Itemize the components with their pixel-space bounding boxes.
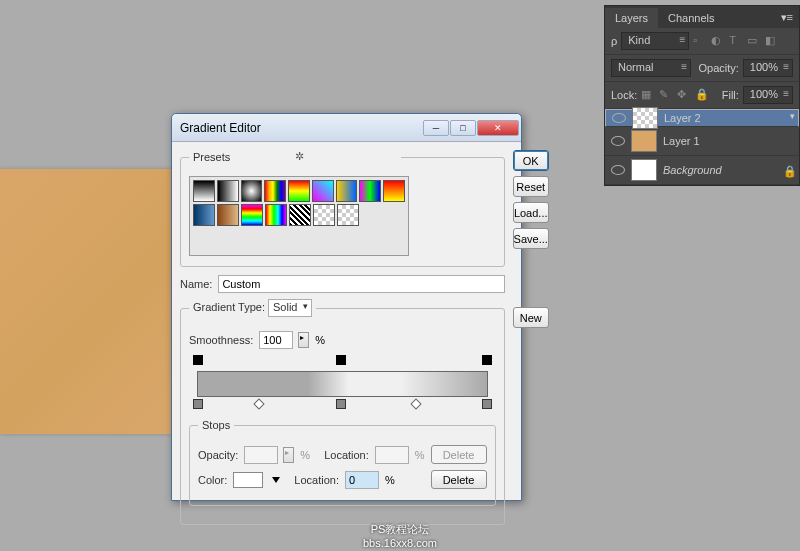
smoothness-label: Smoothness: bbox=[189, 334, 253, 346]
layer-thumb[interactable] bbox=[631, 159, 657, 181]
preset-swatch[interactable] bbox=[313, 204, 335, 226]
opacity-stop[interactable] bbox=[482, 355, 492, 365]
color-stop-row[interactable] bbox=[197, 397, 488, 409]
titlebar[interactable]: Gradient Editor ─ □ ✕ bbox=[172, 114, 521, 142]
delete-color-stop-button[interactable]: Delete bbox=[431, 470, 487, 489]
layer-opacity-input[interactable]: 100% bbox=[743, 59, 793, 77]
preset-swatch[interactable] bbox=[241, 204, 263, 226]
opacity-stop[interactable] bbox=[336, 355, 346, 365]
delete-opacity-stop-button: Delete bbox=[431, 445, 487, 464]
preset-swatch[interactable] bbox=[312, 180, 334, 202]
smoothness-stepper[interactable] bbox=[298, 332, 309, 348]
location-label: Location: bbox=[294, 474, 339, 486]
opacity-unit: % bbox=[300, 449, 310, 461]
visibility-icon[interactable] bbox=[611, 136, 625, 146]
opacity-stepper bbox=[283, 447, 294, 463]
color-stop[interactable] bbox=[193, 399, 203, 409]
opacity-stop[interactable] bbox=[193, 355, 203, 365]
preset-swatch[interactable] bbox=[265, 204, 287, 226]
reset-button[interactable]: Reset bbox=[513, 176, 549, 197]
location-label: Location: bbox=[324, 449, 369, 461]
maximize-button[interactable]: □ bbox=[450, 120, 476, 136]
color-stop[interactable] bbox=[336, 399, 346, 409]
lock-icon: 🔒 bbox=[783, 165, 793, 175]
preset-swatch[interactable] bbox=[288, 180, 310, 202]
gradient-bar[interactable] bbox=[197, 371, 488, 397]
layer-row[interactable]: Layer 1 bbox=[605, 127, 799, 156]
preset-swatch[interactable] bbox=[264, 180, 286, 202]
layer-name[interactable]: Background bbox=[663, 164, 722, 176]
gradient-editor-dialog: Gradient Editor ─ □ ✕ Presets ✲ bbox=[171, 113, 522, 501]
color-swatch[interactable] bbox=[233, 472, 263, 488]
filter-shape-icon[interactable]: ▭ bbox=[747, 34, 761, 48]
color-stop[interactable] bbox=[482, 399, 492, 409]
preset-swatch[interactable] bbox=[383, 180, 405, 202]
minimize-button[interactable]: ─ bbox=[423, 120, 449, 136]
preset-swatch[interactable] bbox=[337, 204, 359, 226]
opacity-location-input bbox=[375, 446, 409, 464]
preset-swatch[interactable] bbox=[217, 204, 239, 226]
preset-swatch[interactable] bbox=[217, 180, 239, 202]
filter-adjust-icon[interactable]: ◐ bbox=[711, 34, 725, 48]
preset-swatch[interactable] bbox=[193, 180, 215, 202]
filter-smart-icon[interactable]: ◧ bbox=[765, 34, 779, 48]
smoothness-input[interactable] bbox=[259, 331, 293, 349]
layer-thumb[interactable] bbox=[632, 107, 658, 129]
tab-channels[interactable]: Channels bbox=[658, 8, 724, 28]
layer-name[interactable]: Layer 1 bbox=[663, 135, 700, 147]
layer-name[interactable]: Layer 2 bbox=[664, 112, 701, 124]
load-button[interactable]: Load... bbox=[513, 202, 549, 223]
location-unit: % bbox=[385, 474, 395, 486]
preset-grid[interactable] bbox=[189, 176, 409, 256]
lock-position-icon[interactable]: ✥ bbox=[677, 88, 691, 102]
ok-button[interactable]: OK bbox=[513, 150, 549, 171]
layer-thumb[interactable] bbox=[631, 130, 657, 152]
save-button[interactable]: Save... bbox=[513, 228, 549, 249]
filter-kind-select[interactable]: Kind bbox=[621, 32, 689, 50]
name-label: Name: bbox=[180, 278, 212, 290]
layers-panel: Layers Channels ▾≡ ρ Kind ▫ ◐ T ▭ ◧ Norm… bbox=[604, 5, 800, 186]
filter-pixel-icon[interactable]: ▫ bbox=[693, 34, 707, 48]
midpoint-icon[interactable] bbox=[253, 398, 264, 409]
stops-group: Stops Opacity: % Location: % Delete Colo… bbox=[189, 419, 496, 506]
stops-label: Stops bbox=[198, 419, 234, 431]
preset-swatch[interactable] bbox=[336, 180, 358, 202]
name-input[interactable] bbox=[218, 275, 504, 293]
gradient-type-select[interactable]: Solid bbox=[268, 299, 312, 317]
gradient-type-label: Gradient Type: bbox=[193, 301, 265, 313]
preset-swatch[interactable] bbox=[359, 180, 381, 202]
lock-pixels-icon[interactable]: ✎ bbox=[659, 88, 673, 102]
opacity-input bbox=[244, 446, 278, 464]
kind-label: ρ bbox=[611, 35, 617, 47]
lock-label: Lock: bbox=[611, 89, 637, 101]
visibility-icon[interactable] bbox=[611, 165, 625, 175]
opacity-stop-row[interactable] bbox=[197, 355, 488, 367]
gradient-type-group: Gradient Type: Solid Smoothness: % bbox=[180, 299, 505, 525]
layer-row[interactable]: Background 🔒 bbox=[605, 156, 799, 185]
opacity-label: Opacity: bbox=[699, 62, 739, 74]
color-location-input[interactable] bbox=[345, 471, 379, 489]
blend-mode-select[interactable]: Normal bbox=[611, 59, 691, 77]
fill-label: Fill: bbox=[722, 89, 739, 101]
lock-all-icon[interactable]: 🔒 bbox=[695, 88, 709, 102]
layer-row[interactable]: Layer 2 bbox=[605, 109, 799, 127]
panel-menu-icon[interactable]: ▾≡ bbox=[775, 7, 799, 28]
opacity-label: Opacity: bbox=[198, 449, 238, 461]
smoothness-unit: % bbox=[315, 334, 325, 346]
filter-type-icon[interactable]: T bbox=[729, 34, 743, 48]
midpoint-icon[interactable] bbox=[410, 398, 421, 409]
lock-transparent-icon[interactable]: ▦ bbox=[641, 88, 655, 102]
chevron-down-icon[interactable] bbox=[272, 477, 280, 483]
location-unit: % bbox=[415, 449, 425, 461]
visibility-icon[interactable] bbox=[612, 113, 626, 123]
tab-layers[interactable]: Layers bbox=[605, 8, 658, 28]
layer-fill-input[interactable]: 100% bbox=[743, 86, 793, 104]
gear-icon[interactable]: ✲ bbox=[295, 150, 397, 164]
preset-swatch[interactable] bbox=[289, 204, 311, 226]
preset-swatch[interactable] bbox=[241, 180, 263, 202]
dialog-title: Gradient Editor bbox=[180, 121, 422, 135]
new-button[interactable]: New bbox=[513, 307, 549, 328]
close-button[interactable]: ✕ bbox=[477, 120, 519, 136]
preset-swatch[interactable] bbox=[193, 204, 215, 226]
watermark: PS教程论坛 bbs.16xx8.com bbox=[0, 522, 800, 549]
